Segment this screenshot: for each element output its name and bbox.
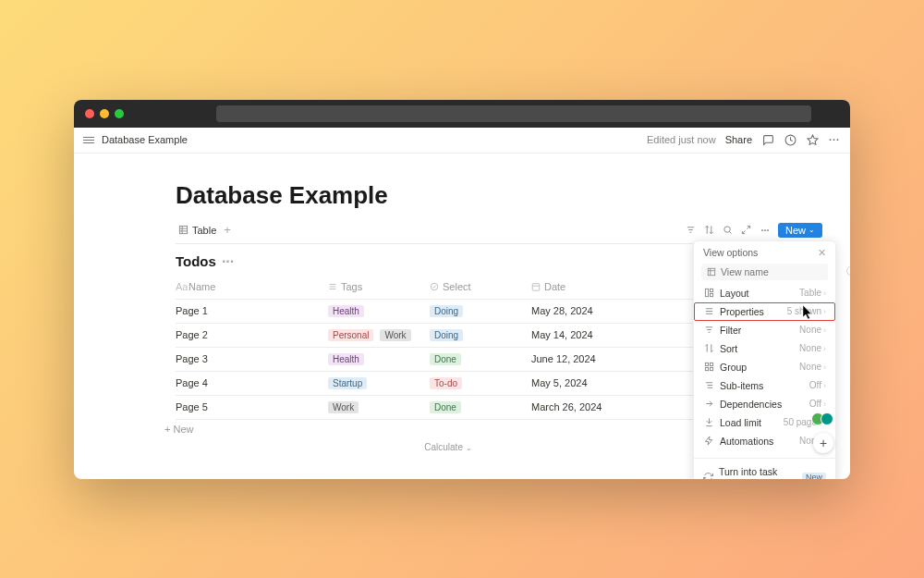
cell-name[interactable]: Page 4 <box>176 377 328 388</box>
favorite-icon[interactable] <box>806 133 819 146</box>
view-option-group[interactable]: Group None › <box>694 358 835 376</box>
edited-status: Edited just now <box>647 134 716 145</box>
cell-date[interactable]: June 12, 2024 <box>531 353 698 364</box>
svg-line-10 <box>730 231 732 233</box>
tag-pill[interactable]: Health <box>328 305 364 317</box>
auto-icon <box>703 436 714 447</box>
view-option-sort[interactable]: Sort None › <box>694 339 835 358</box>
cell-tags[interactable]: Work <box>328 401 430 413</box>
filter-icon <box>703 325 714 336</box>
updates-icon[interactable] <box>784 133 796 146</box>
expand-icon[interactable] <box>741 225 752 236</box>
cell-name[interactable]: Page 5 <box>176 401 328 412</box>
select-pill[interactable]: Done <box>430 401 461 413</box>
tag-pill[interactable]: Work <box>328 401 359 413</box>
cell-tags[interactable]: Startup <box>328 377 430 389</box>
view-name-input-wrap[interactable]: ⓘ <box>701 264 828 280</box>
view-option-layout[interactable]: Layout Table › <box>694 284 835 302</box>
col-tags-header[interactable]: Tags <box>341 281 362 292</box>
title-property-icon: Aa <box>176 281 185 292</box>
cell-select[interactable]: Doing <box>430 329 531 341</box>
cell-date[interactable]: May 14, 2024 <box>531 329 698 340</box>
cell-date[interactable]: May 28, 2024 <box>531 305 698 316</box>
chevron-down-icon: ⌄ <box>808 226 815 234</box>
filter-icon[interactable] <box>686 225 697 236</box>
select-pill[interactable]: Doing <box>430 305 463 317</box>
cell-tags[interactable]: Health <box>328 353 430 365</box>
view-option-properties[interactable]: Properties 5 shown › <box>694 302 835 321</box>
date-property-icon <box>531 281 541 292</box>
search-icon[interactable] <box>723 225 734 236</box>
cell-tags[interactable]: Health <box>328 305 430 317</box>
view-more-icon[interactable]: ··· <box>760 225 771 236</box>
sort-icon[interactable] <box>704 225 715 236</box>
close-window-button[interactable] <box>85 109 94 118</box>
subitems-icon <box>703 380 714 391</box>
popup-title: View options <box>703 247 758 258</box>
cell-select[interactable]: To-do <box>430 377 531 389</box>
load-icon <box>703 417 714 428</box>
url-bar[interactable] <box>216 105 811 122</box>
view-option-dependencies[interactable]: Dependencies Off › <box>694 395 835 413</box>
svg-point-14 <box>431 283 438 290</box>
help-fab[interactable]: + <box>813 433 833 453</box>
cell-date[interactable]: March 26, 2024 <box>531 401 698 412</box>
col-name-header[interactable]: Name <box>188 281 215 292</box>
cell-tags[interactable]: PersonalWork <box>328 329 430 341</box>
select-pill[interactable]: Done <box>430 353 461 365</box>
comments-icon[interactable] <box>761 133 774 146</box>
presence-indicators[interactable] <box>815 412 833 425</box>
svg-rect-30 <box>710 363 712 365</box>
share-button[interactable]: Share <box>725 134 752 145</box>
view-name-input[interactable] <box>721 266 842 277</box>
cell-name[interactable]: Page 3 <box>176 353 328 364</box>
table-icon <box>177 225 188 236</box>
svg-marker-1 <box>808 135 818 144</box>
svg-rect-15 <box>532 284 540 291</box>
page-title[interactable]: Database Example <box>176 181 822 210</box>
cell-select[interactable]: Done <box>430 401 531 413</box>
svg-rect-21 <box>710 289 712 291</box>
breadcrumb[interactable]: Database Example <box>102 134 188 145</box>
cell-date[interactable]: May 5, 2024 <box>531 377 698 388</box>
tag-pill[interactable]: Startup <box>328 377 367 389</box>
table-icon <box>707 266 716 277</box>
browser-window: Database Example Edited just now Share ·… <box>74 100 850 479</box>
new-button-label: New <box>785 225 806 236</box>
turn-into-task-db[interactable]: Turn into task database New <box>694 462 835 479</box>
new-button[interactable]: New ⌄ <box>778 223 822 238</box>
tag-pill[interactable]: Work <box>380 329 410 341</box>
cell-select[interactable]: Done <box>430 353 531 365</box>
info-icon[interactable]: ⓘ <box>846 266 850 277</box>
app-topbar: Database Example Edited just now Share ·… <box>74 128 850 154</box>
multiselect-property-icon <box>328 281 337 292</box>
db-more-icon[interactable]: ··· <box>222 253 234 270</box>
minimize-window-button[interactable] <box>100 109 109 118</box>
view-option-sub-items[interactable]: Sub-items Off › <box>694 376 835 395</box>
tab-table-label: Table <box>192 225 216 236</box>
traffic-lights <box>85 109 124 118</box>
tag-pill[interactable]: Personal <box>328 329 373 341</box>
add-view-button[interactable]: + <box>224 223 231 237</box>
cell-select[interactable]: Doing <box>430 305 531 317</box>
group-icon <box>703 362 714 373</box>
database-title[interactable]: Todos <box>176 253 216 269</box>
close-icon[interactable]: ✕ <box>818 247 826 258</box>
select-pill[interactable]: Doing <box>430 329 463 341</box>
cell-name[interactable]: Page 1 <box>176 305 328 316</box>
maximize-window-button[interactable] <box>115 109 124 118</box>
more-icon[interactable]: ··· <box>828 133 841 146</box>
svg-rect-29 <box>705 363 708 365</box>
cell-name[interactable]: Page 2 <box>176 329 328 340</box>
svg-rect-22 <box>710 293 712 296</box>
cursor-icon <box>803 305 814 320</box>
svg-rect-2 <box>179 226 187 233</box>
col-select-header[interactable]: Select <box>443 281 471 292</box>
col-date-header[interactable]: Date <box>544 281 565 292</box>
select-pill[interactable]: To-do <box>430 377 462 389</box>
tag-pill[interactable]: Health <box>328 353 364 365</box>
sidebar-toggle-icon[interactable] <box>83 137 94 143</box>
svg-rect-20 <box>705 289 708 296</box>
tab-table[interactable]: Table <box>176 223 218 238</box>
view-option-filter[interactable]: Filter None › <box>694 321 835 339</box>
